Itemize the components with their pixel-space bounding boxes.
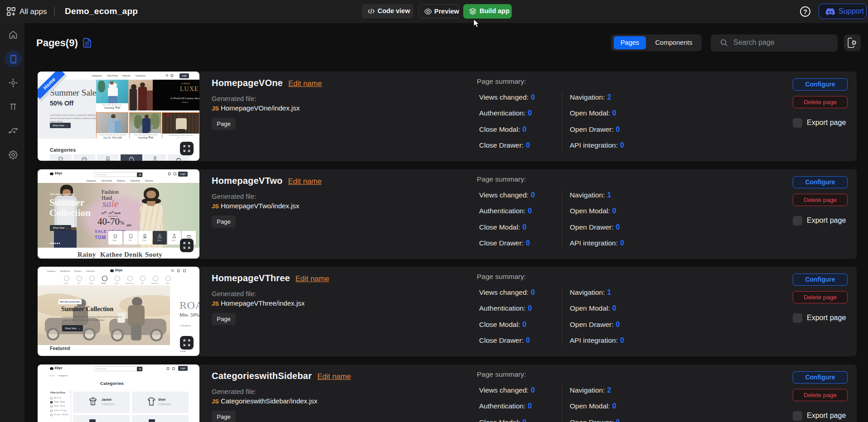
svg-text:Shirt: Shirt xyxy=(77,283,80,284)
svg-text:Jacket: Jacket xyxy=(64,283,68,284)
svg-text:Accessories: Accessories xyxy=(126,283,134,284)
svg-text:More: More xyxy=(166,283,170,284)
svg-text:Underwear: Underwear xyxy=(151,283,159,284)
svg-text:Shoes: Shoes xyxy=(102,283,106,284)
svg-text:Pants: Pants xyxy=(89,283,93,284)
svg-text:Dress: Dress xyxy=(115,283,119,284)
svg-text:Suit: Suit xyxy=(141,283,144,284)
